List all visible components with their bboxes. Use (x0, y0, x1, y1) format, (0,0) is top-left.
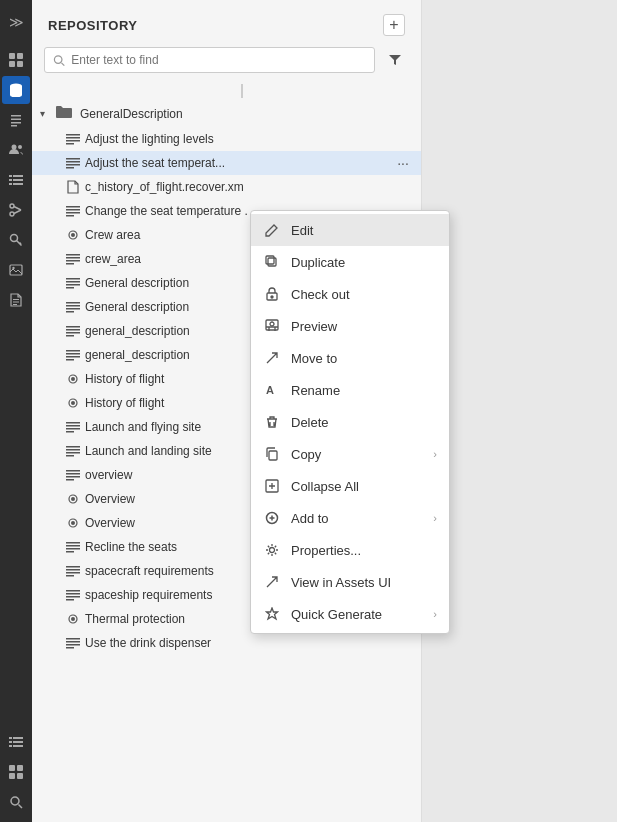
svg-rect-70 (66, 359, 74, 361)
context-menu-item-copy[interactable]: Copy› (251, 438, 449, 470)
lock-icon (263, 285, 281, 303)
context-menu-item-check-out[interactable]: Check out (251, 278, 449, 310)
svg-rect-81 (66, 452, 80, 454)
filter-button[interactable] (381, 46, 409, 74)
svg-rect-93 (66, 548, 80, 550)
context-menu-item-preview[interactable]: Preview (251, 310, 449, 342)
svg-rect-54 (66, 263, 74, 265)
bullet-icon (64, 226, 82, 244)
expand-icon[interactable]: ≫ (2, 8, 30, 36)
svg-rect-58 (66, 287, 74, 289)
assets-icon (263, 573, 281, 591)
bullet-icon (64, 370, 82, 388)
rename-icon: A (263, 381, 281, 399)
tree-item[interactable]: c_history_of_flight.recover.xm··· (32, 175, 421, 199)
context-menu-item-view-in-assets-ui[interactable]: View in Assets UI (251, 566, 449, 598)
svg-rect-8 (11, 125, 17, 127)
svg-rect-75 (66, 422, 80, 424)
svg-rect-63 (66, 326, 80, 328)
svg-rect-11 (9, 175, 12, 177)
text-icon (64, 586, 82, 604)
search2-icon[interactable] (2, 788, 30, 816)
svg-rect-67 (66, 350, 80, 352)
tree-item[interactable]: Use the drink dispenser··· (32, 631, 421, 655)
svg-point-35 (11, 797, 19, 805)
tree-item-label: Use the drink dispenser (82, 636, 413, 650)
bullet-icon (64, 610, 82, 628)
svg-rect-64 (66, 329, 80, 331)
svg-rect-94 (66, 551, 74, 553)
svg-rect-85 (66, 476, 80, 478)
search-input[interactable] (71, 53, 366, 67)
svg-rect-12 (13, 175, 23, 177)
folder-row[interactable]: ▾ GeneralDescription (32, 100, 421, 127)
svg-rect-69 (66, 356, 80, 358)
svg-point-104 (71, 617, 75, 621)
context-menu-item-rename[interactable]: ARename (251, 374, 449, 406)
duplicate-icon (263, 253, 281, 271)
text-icon (64, 202, 82, 220)
context-menu-item-duplicate[interactable]: Duplicate (251, 246, 449, 278)
svg-rect-56 (66, 281, 80, 283)
svg-rect-45 (66, 206, 80, 208)
svg-rect-106 (66, 641, 80, 643)
context-menu-item-collapse-all[interactable]: Collapse All (251, 470, 449, 502)
grid-icon[interactable] (2, 46, 30, 74)
svg-rect-37 (66, 134, 80, 136)
svg-rect-84 (66, 473, 80, 475)
svg-rect-57 (66, 284, 80, 286)
list-icon[interactable] (2, 106, 30, 134)
submenu-arrow-icon: › (433, 512, 437, 524)
tree-item-more-button[interactable]: ··· (393, 153, 413, 173)
grid2-icon[interactable] (2, 758, 30, 786)
context-menu-item-label: Copy (291, 447, 423, 462)
svg-rect-61 (66, 308, 80, 310)
addto-icon (263, 509, 281, 527)
svg-point-88 (71, 497, 75, 501)
tree-item[interactable]: Adjust the lighting levels··· (32, 127, 421, 151)
bullet-icon (64, 490, 82, 508)
svg-rect-1 (17, 53, 23, 59)
svg-rect-34 (17, 773, 23, 779)
context-menu-item-add-to[interactable]: Add to› (251, 502, 449, 534)
context-menu-item-quick-generate[interactable]: Quick Generate› (251, 598, 449, 630)
cut-icon[interactable] (2, 196, 30, 224)
submenu-arrow-icon: › (433, 448, 437, 460)
context-menu-item-delete[interactable]: Delete (251, 406, 449, 438)
folder-name: GeneralDescription (80, 107, 183, 121)
folder-icon (56, 105, 72, 122)
svg-point-17 (10, 212, 14, 216)
collapse-line[interactable] (241, 84, 243, 98)
svg-rect-6 (11, 119, 21, 121)
preview-icon (263, 317, 281, 335)
icon-sidebar: ≫ (0, 0, 32, 822)
list3-icon[interactable] (2, 728, 30, 756)
svg-rect-60 (66, 305, 80, 307)
text-icon (64, 250, 82, 268)
bullet-icon (64, 514, 82, 532)
svg-rect-39 (66, 140, 80, 142)
context-menu-item-label: Check out (291, 287, 437, 302)
svg-rect-101 (66, 596, 80, 598)
svg-rect-15 (9, 183, 12, 185)
context-menu-item-label: Delete (291, 415, 437, 430)
svg-point-72 (71, 377, 75, 381)
database-icon[interactable] (2, 76, 30, 104)
list2-icon[interactable] (2, 166, 30, 194)
tree-item[interactable]: Adjust the seat temperat...··· (32, 151, 421, 175)
context-menu-item-properties...[interactable]: Properties... (251, 534, 449, 566)
key-icon[interactable] (2, 226, 30, 254)
svg-rect-13 (9, 179, 12, 181)
users-icon[interactable] (2, 136, 30, 164)
add-button[interactable]: + (383, 14, 405, 36)
copy-icon (263, 445, 281, 463)
doc-icon[interactable] (2, 286, 30, 314)
props-icon (263, 541, 281, 559)
svg-rect-100 (66, 593, 80, 595)
image-icon[interactable] (2, 256, 30, 284)
context-menu-item-move-to[interactable]: Move to (251, 342, 449, 374)
context-menu-item-edit[interactable]: Edit (251, 214, 449, 246)
svg-rect-7 (11, 122, 21, 124)
text-icon (64, 298, 82, 316)
svg-rect-2 (9, 61, 15, 67)
